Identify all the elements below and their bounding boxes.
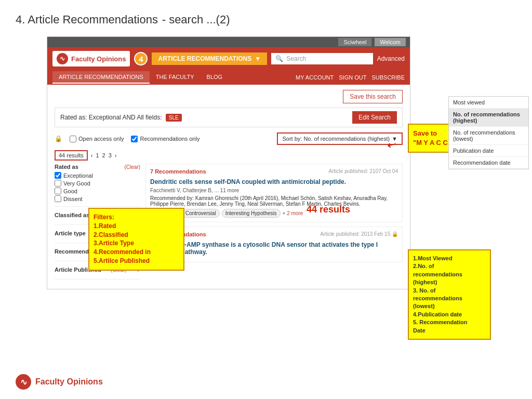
browser-topbar: Sciwheel Welcom: [47, 37, 410, 47]
recommendations-only-checkbox[interactable]: [131, 136, 138, 142]
prev-page-btn[interactable]: ‹: [91, 152, 93, 158]
article-type-title: Article type: [55, 230, 86, 236]
rated-as-label: Rated as:: [60, 114, 87, 121]
article-2-pub-date: Article published: 2013 Feb 15: [320, 231, 390, 237]
exceptional-checkbox[interactable]: [55, 172, 61, 179]
search-action-row: Save this search: [55, 90, 403, 103]
sort-label: Sort by: No. of recommendations (highest…: [282, 136, 390, 142]
and-label: AND: [122, 114, 135, 121]
page-1[interactable]: 1: [96, 152, 99, 158]
logo-area: ∿ Faculty Opinions: [52, 51, 130, 66]
filter-description: Rated as: Exceptional AND All fields: SL…: [60, 114, 182, 121]
sort-options-panel: Most viewed No. of recommendations (high…: [448, 96, 529, 169]
article-1-meta: 7 Recommendations Article published: 210…: [150, 168, 398, 176]
navbar: ∿ Faculty Opinions 4 ARTICLE RECOMMENDAT…: [47, 47, 410, 70]
open-access-checkbox-label[interactable]: Open access only: [70, 136, 124, 142]
all-fields-label: All fields:: [137, 114, 162, 121]
sort-recommendations-lowest[interactable]: No. of recommendations (lowest): [449, 127, 528, 145]
welcom-tab[interactable]: Welcom: [375, 38, 406, 46]
tag-interesting-hypothesis[interactable]: Interesting Hypothesis: [222, 209, 281, 218]
bottom-logo-text: Faculty Opinions: [35, 377, 103, 387]
page-3[interactable]: 3: [109, 152, 112, 158]
sort-dropdown[interactable]: Sort by: No. of recommendations (highest…: [277, 132, 403, 145]
sort-recommendations-highest[interactable]: No. of recommendations (highest): [449, 109, 528, 127]
open-access-label: Open access only: [78, 136, 124, 142]
subnav-the-faculty[interactable]: THE FACULTY: [150, 71, 201, 84]
search-placeholder: Search: [286, 55, 306, 62]
very-good-row[interactable]: Very Good: [55, 180, 140, 187]
logo-icon: ∿: [57, 53, 68, 64]
exceptional-label: Exceptional: [63, 172, 93, 179]
sort-most-viewed[interactable]: Most viewed: [449, 97, 528, 109]
step-badge: 4: [134, 52, 148, 65]
article-2-title[interactable]: Cyclic GMP-AMP synthase is a cytosolic D…: [150, 241, 398, 256]
dissent-row[interactable]: Dissent: [55, 195, 140, 202]
rated-as-value: Exceptional: [89, 114, 121, 121]
slide-title: 4. Article Recommendations - search ...(…: [16, 10, 516, 27]
save-search-button[interactable]: Save this search: [343, 90, 403, 103]
advanced-button[interactable]: Advanced: [377, 55, 405, 62]
bottom-logo: ∿ Faculty Opinions: [16, 374, 103, 390]
sort-publication-date[interactable]: Publication date: [449, 145, 528, 157]
rated-as-header: Rated as (Clear): [55, 164, 140, 170]
subnav-right: MY ACCOUNT SIGN OUT SUBSCRIBE: [296, 74, 405, 81]
title-main: 4. Article Recommendations: [16, 13, 158, 26]
article-1-authors: Facchinetti V, Chatterjee B, ... 11 more: [150, 188, 398, 193]
my-account-link[interactable]: MY ACCOUNT: [296, 74, 334, 81]
dropdown-label: ARTICLE RECOMMENDATIONS: [158, 55, 251, 62]
article-2-meta: 7 Recommendations Article published: 201…: [150, 231, 398, 239]
good-checkbox[interactable]: [55, 188, 61, 194]
exceptional-row[interactable]: Exceptional: [55, 172, 140, 179]
title-subtitle: - search ...(2): [162, 13, 230, 26]
subnav-blog[interactable]: BLOG: [201, 71, 229, 84]
sciwheel-tab[interactable]: Sciwheel: [338, 38, 371, 46]
open-access-checkbox[interactable]: [70, 136, 76, 142]
results-count-box: 44 results: [55, 150, 88, 161]
dissent-label: Dissent: [63, 196, 83, 202]
sort-recommendation-date[interactable]: Recommendation date: [449, 157, 528, 169]
search-icon: 🔍: [275, 55, 283, 62]
article-1-title[interactable]: Dendritic cells sense self-DNA coupled w…: [150, 178, 398, 185]
bottom-logo-icon: ∿: [16, 374, 31, 390]
results-bar: 44 results ‹ 1 2 3 ›: [55, 150, 403, 161]
article-1-rec-count: 7 Recommendations: [150, 168, 206, 175]
annotation-sort-options: 1.Most Viewed 2.No. of recommendations (…: [408, 249, 491, 340]
rated-as-clear[interactable]: (Clear): [124, 164, 140, 170]
subnav-left: ARTICLE RECOMMENDATIONS THE FACULTY BLOG: [52, 71, 229, 84]
rated-as-title: Rated as: [55, 164, 78, 170]
tag-more[interactable]: + 2 more: [283, 210, 303, 216]
good-label: Good: [63, 188, 77, 194]
subnav: ARTICLE RECOMMENDATIONS THE FACULTY BLOG…: [47, 70, 410, 85]
lock-icon: 🔒: [55, 135, 62, 142]
edit-search-button[interactable]: Edit Search: [352, 111, 397, 124]
good-row[interactable]: Good: [55, 188, 140, 194]
very-good-checkbox[interactable]: [55, 180, 61, 187]
recommendations-only-label: Recommendations only: [140, 136, 200, 142]
subnav-article-recommendations[interactable]: ARTICLE RECOMMENDATIONS: [52, 71, 150, 84]
search-bar[interactable]: 🔍 Search: [271, 53, 373, 64]
article-recommendations-dropdown[interactable]: ARTICLE RECOMMENDATIONS ▼: [152, 52, 267, 65]
article-1-tags: Classified as Controversial Interesting …: [150, 209, 398, 218]
tag-controversial[interactable]: Controversial: [182, 209, 220, 218]
article-1-published: Article published: 2107 Oct 04: [329, 168, 398, 176]
next-page-btn[interactable]: ›: [115, 152, 117, 158]
dissent-checkbox[interactable]: [55, 195, 61, 202]
article-2-published: Article published: 2013 Feb 15 🔒: [320, 231, 398, 239]
page-2[interactable]: 2: [102, 152, 105, 158]
annotation-filters: Filters: 1.Rated 2.Classified 3.Article …: [88, 208, 184, 271]
chevron-down-icon: ▼: [255, 55, 261, 62]
results-count: 44 results: [59, 152, 84, 158]
very-good-label: Very Good: [63, 180, 90, 187]
recommendations-only-checkbox-label[interactable]: Recommendations only: [131, 136, 200, 142]
results-annotation: 44 results: [307, 204, 350, 215]
sidebar-section-rated-as: Rated as (Clear) Exceptional Very Good: [55, 164, 140, 207]
filter-row: Rated as: Exceptional AND All fields: SL…: [55, 108, 403, 127]
sign-out-link[interactable]: SIGN OUT: [339, 74, 366, 81]
article-1-recommended: Recommended by: Kamran Ghoreschi (20th A…: [150, 195, 398, 207]
logo-text: Faculty Opinions: [71, 55, 126, 63]
options-row: 🔒 Open access only Recommendations only …: [55, 130, 403, 147]
lock-icon-2: 🔒: [392, 231, 398, 237]
classified-as-title: Classified as: [55, 212, 89, 218]
subscribe-link[interactable]: SUBSCRIBE: [371, 74, 405, 81]
sle-badge: SLE: [166, 114, 182, 122]
